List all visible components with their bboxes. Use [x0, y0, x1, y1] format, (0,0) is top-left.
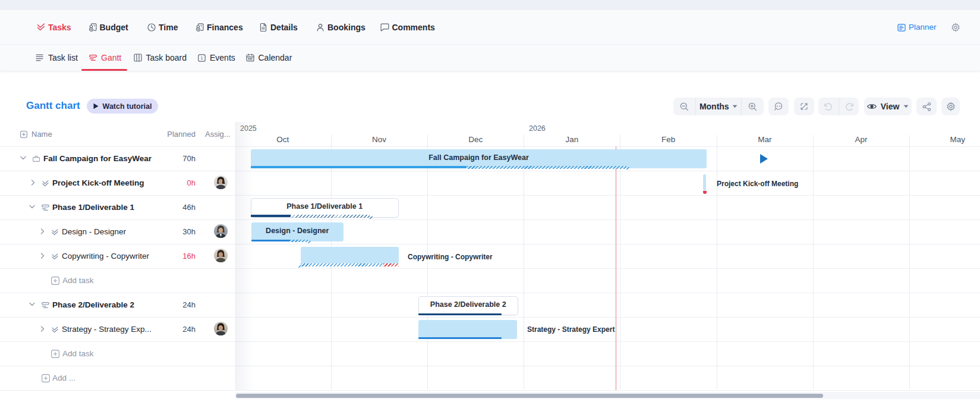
svg-text:1: 1 — [200, 55, 203, 61]
